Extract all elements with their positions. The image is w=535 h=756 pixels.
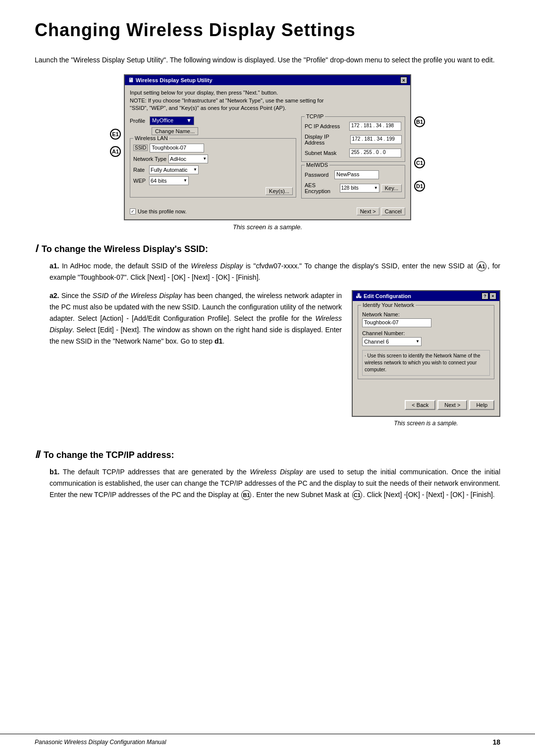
identify-network-title: Identify Your Network bbox=[361, 302, 416, 308]
meinwds-label: MeIWDS bbox=[305, 162, 329, 168]
meinwds-group: MeIWDS Password NewPass bbox=[301, 165, 405, 199]
network-name-field-label: Network Name: bbox=[362, 311, 490, 317]
edit-config-question-btn[interactable]: ? bbox=[482, 293, 488, 300]
page-title: Changing Wireless Display Settings bbox=[35, 20, 500, 41]
edit-config-title: Edit Configuration bbox=[364, 293, 411, 299]
para-a2-label: a2. bbox=[50, 292, 59, 300]
para-a2-area: a2. Since the SSID of the Wireless Displ… bbox=[35, 290, 500, 437]
dialog-info-text: · Use this screen to identify the Networ… bbox=[362, 350, 490, 376]
para-a1-italic1: Wireless Display bbox=[191, 262, 243, 270]
network-name-input[interactable]: Toughbook-07 bbox=[362, 318, 431, 327]
key-btn[interactable]: Key... bbox=[381, 184, 402, 192]
use-profile-label: Use this profile now. bbox=[138, 208, 186, 214]
para-b1-callout-b1: B1 bbox=[241, 490, 251, 500]
dialog-help-btn[interactable]: Help bbox=[469, 400, 494, 410]
caption-1: This screen is a sample. bbox=[35, 223, 500, 231]
tcp-ip-label: TCP/IP bbox=[305, 113, 325, 119]
pc-ip-label: PC IP Address bbox=[305, 123, 349, 129]
callout-e1: E1 bbox=[110, 129, 121, 140]
para-a2-text3: . Select [Edit] - [Next]. The window as … bbox=[50, 326, 342, 345]
wireless-lan-group: Wireless LAN SSID Toughbook-07 bbox=[130, 138, 296, 198]
edit-config-close-btn[interactable]: × bbox=[489, 293, 496, 300]
section1-title: To change the Wireless Display's SSID: bbox=[42, 244, 208, 254]
profile-label: Profile bbox=[130, 118, 150, 124]
section1-heading: Ⅰ To change the Wireless Display's SSID: bbox=[35, 243, 500, 254]
para-a1: a1. In AdHoc mode, the default SSID of t… bbox=[35, 260, 500, 283]
pc-ip-input[interactable]: 172 . 181 . 34 . 198 bbox=[349, 122, 401, 131]
wireless-lan-label: Wireless LAN bbox=[133, 135, 169, 141]
profile-input[interactable]: MyOffice ▼ bbox=[150, 116, 194, 125]
aes-label: AES Encryption bbox=[305, 182, 340, 194]
password-label: Password bbox=[305, 172, 334, 178]
rate-select[interactable]: Fully Automatic ▼ bbox=[149, 165, 199, 174]
footer-page-number: 18 bbox=[492, 738, 500, 746]
change-name-btn[interactable]: Change Name... bbox=[152, 127, 198, 135]
wep-select[interactable]: 64 bits ▼ bbox=[149, 176, 189, 185]
next-btn[interactable]: Next > bbox=[357, 207, 379, 215]
para-a2-text1: Since the bbox=[61, 292, 93, 300]
instruction-line3: "SSID", "WEP", and "Key(s)" as ones for … bbox=[130, 104, 405, 112]
intro-text: Launch the "Wireless Display Setup Utili… bbox=[35, 54, 500, 65]
para-a2-italic1: SSID of the Wireless Display bbox=[93, 292, 182, 300]
para-b1: b1. The default TCP/IP addresses that ar… bbox=[35, 466, 500, 501]
rate-label: Rate bbox=[133, 167, 147, 173]
para-b1-text1: The default TCP/IP addresses that are ge… bbox=[63, 468, 250, 476]
para-a1-text1: In AdHoc mode, the default SSID of the bbox=[62, 262, 191, 270]
section1-numeral: Ⅰ bbox=[35, 243, 38, 254]
display-ip-input[interactable]: 172 . 181 . 34 . 199 bbox=[350, 135, 402, 144]
dialog-next-btn[interactable]: Next > bbox=[437, 400, 467, 410]
keys-btn[interactable]: Key(s)... bbox=[266, 187, 293, 195]
edit-config-dialog: 🖧 Edit Configuration ? × Identify bbox=[352, 290, 500, 417]
dialog-title: Wireless Display Setup Utility bbox=[136, 77, 213, 83]
para-a2-bold1: d1 bbox=[214, 337, 222, 345]
display-ip-label: Display IP Address bbox=[305, 134, 350, 146]
subnet-label: Subnet Mask bbox=[305, 150, 349, 156]
network-type-select[interactable]: AdHoc ▼ bbox=[168, 154, 208, 163]
footer-title: Panasonic Wireless Display Configuration… bbox=[35, 739, 166, 746]
wep-label: WEP bbox=[133, 178, 147, 184]
callout-d1-screen: D1 bbox=[414, 181, 425, 192]
subnet-input[interactable]: 255 . 255 . 0 . 0 bbox=[349, 149, 401, 157]
para-a1-callout: A1 bbox=[477, 261, 486, 271]
instruction-line2: NOTE: If you choose "Infrastructure" at … bbox=[130, 97, 405, 104]
tcp-ip-group: TCP/IP PC IP Address 172 . 181 . 34 . 19… bbox=[301, 116, 405, 162]
callout-a1-screen: A1 bbox=[110, 146, 121, 157]
para-a1-label: a1. bbox=[50, 262, 59, 270]
setup-utility-screenshot: 🖥 Wireless Display Setup Utility × Input… bbox=[124, 74, 411, 220]
section2-heading: Ⅱ To change the TCP/IP address: bbox=[35, 449, 500, 460]
callout-b1-screen: B1 bbox=[414, 116, 425, 127]
identify-network-group: Identify Your Network Network Name: Toug… bbox=[358, 305, 494, 379]
page-footer: Panasonic Wireless Display Configuration… bbox=[0, 734, 535, 746]
para-b1-italic1: Wireless Display bbox=[250, 468, 303, 476]
section2-numeral: Ⅱ bbox=[35, 449, 40, 460]
dialog-close-btn[interactable]: × bbox=[400, 77, 407, 84]
network-type-label: Network Type bbox=[133, 156, 166, 162]
para-a2-text4: . bbox=[222, 337, 224, 345]
ssid-input[interactable]: Toughbook-07 bbox=[150, 144, 204, 152]
section2-title: To change the TCP/IP address: bbox=[44, 450, 174, 460]
caption-2: This screen is a sample. bbox=[352, 420, 500, 427]
channel-select[interactable]: Channel 6 ▼ bbox=[362, 337, 422, 346]
para-b1-callout-c1: C1 bbox=[352, 490, 362, 500]
instruction-line1: Input setting below for your display, th… bbox=[130, 89, 405, 97]
dialog-back-btn[interactable]: < Back bbox=[405, 400, 435, 410]
para-b1-label: b1. bbox=[50, 468, 59, 476]
para-a2: a2. Since the SSID of the Wireless Displ… bbox=[50, 290, 342, 347]
channel-field-label: Channel Number: bbox=[362, 330, 490, 336]
para-b1-text3: . Enter the new Subnet Mask at bbox=[252, 491, 351, 499]
para-b1-text4: . Click [Next] -[OK] - [Next] - [OK] - [… bbox=[363, 491, 495, 499]
use-profile-checkbox[interactable]: ✓ bbox=[130, 208, 136, 214]
password-input[interactable]: NewPass bbox=[334, 170, 379, 179]
callout-c1-screen: C1 bbox=[414, 157, 425, 168]
para-a1-text2: is "cfvdw07-xxxx." To change the display… bbox=[243, 262, 476, 270]
edit-config-screenshot-col: 🖧 Edit Configuration ? × Identify bbox=[352, 290, 500, 437]
aes-select[interactable]: 128 bits ▼ bbox=[340, 184, 379, 193]
cancel-btn[interactable]: Cancel bbox=[381, 207, 405, 215]
